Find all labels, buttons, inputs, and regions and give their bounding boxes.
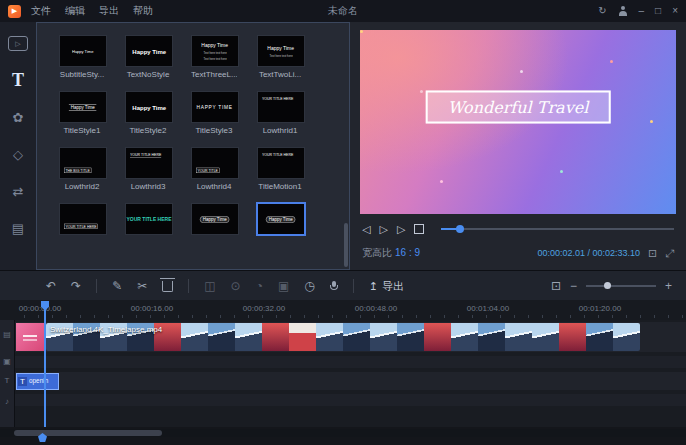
template-item-5[interactable]: Happy TimeTitleStyle1: [59, 91, 105, 135]
template-thumb-text: Happy Time: [72, 49, 93, 53]
menu-file[interactable]: 文件: [31, 4, 51, 18]
template-item-14[interactable]: YOUR TITLE HERE: [125, 203, 171, 235]
template-item-15[interactable]: Happy Time: [191, 203, 237, 235]
template-item-3[interactable]: Happy TimeText here text hereText here t…: [191, 35, 237, 79]
sidebar-item-text[interactable]: T: [5, 69, 31, 91]
zoom-out-icon[interactable]: −: [570, 280, 577, 292]
opening-clip[interactable]: [16, 323, 44, 351]
menu-edit[interactable]: 编辑: [65, 4, 85, 18]
redo-icon[interactable]: ↷: [71, 280, 81, 292]
template-label: TextThreeL...: [191, 70, 237, 79]
template-item-6[interactable]: Happy TimeTitleStyle2: [125, 91, 171, 135]
template-item-9[interactable]: THE BIG TITLELowthrid2: [59, 147, 105, 191]
preview-text-overlay[interactable]: Wonderful Travel: [426, 91, 611, 124]
fit-timeline-icon[interactable]: ⊡: [551, 280, 561, 292]
template-thumb-text: Happy Time: [132, 104, 166, 111]
video-track[interactable]: Switzerland 4K_Timelapse.mp4: [14, 322, 686, 352]
template-thumb: Happy TimeText here text hereText here t…: [191, 35, 239, 67]
toolbar-divider: [96, 279, 97, 293]
text-track-icon[interactable]: T: [0, 376, 14, 385]
app-window: ▶ 文件编辑导出帮助 未命名 ↻ – □ × ▷T✿◇⇄▤ Happy Time…: [0, 0, 686, 445]
video-clip[interactable]: Switzerland 4K_Timelapse.mp4: [46, 323, 640, 351]
sidebar-item-elements[interactable]: ▤: [5, 217, 31, 239]
close-button[interactable]: ×: [672, 6, 678, 16]
pip-track[interactable]: [14, 356, 686, 368]
aspect-ratio-value[interactable]: 16 : 9: [395, 247, 420, 258]
aspect-ratio-label: 宽高比: [362, 247, 392, 258]
next-frame-button[interactable]: ▷: [397, 224, 405, 235]
fullscreen-icon[interactable]: ⤢: [665, 248, 674, 259]
scrollbar-thumb[interactable]: [14, 430, 162, 436]
template-item-7[interactable]: HAPPY TIMETitleStyle3: [191, 91, 237, 135]
edit-pencil-icon[interactable]: ✎: [112, 280, 122, 292]
template-thumb-subtext: Text here text here: [269, 54, 292, 57]
text-track[interactable]: T openin: [14, 372, 686, 390]
template-thumb: YOUR TITLE HERE: [257, 147, 305, 179]
aspect-ratio: 宽高比16 : 9: [362, 246, 420, 260]
filters-icon: ✿: [13, 111, 24, 124]
template-item-2[interactable]: Happy TimeTextNoStyle: [125, 35, 171, 79]
stop-button[interactable]: [414, 224, 424, 234]
play-button[interactable]: ▷: [379, 224, 387, 235]
ruler-label: 00:00:48.00: [355, 304, 397, 313]
zoom-in-icon[interactable]: +: [665, 280, 672, 292]
template-item-4[interactable]: Happy TimeText here text hereTextTwoLi..…: [257, 35, 303, 79]
duration-clock-icon[interactable]: ◷: [304, 280, 314, 292]
voiceover-mic-icon[interactable]: [330, 281, 338, 292]
preview-screen[interactable]: Wonderful Travel: [360, 30, 676, 214]
template-item-13[interactable]: YOUR TITLE HERE: [59, 203, 105, 235]
film-frame: [370, 323, 397, 351]
speed-icon[interactable]: ◔: [256, 280, 263, 292]
panel-scrollbar[interactable]: [344, 223, 348, 267]
template-thumb-subtext: Text here text here: [203, 57, 226, 60]
template-item-1[interactable]: Happy TimeSubtitleSty...: [59, 35, 105, 79]
template-thumb: Happy Time: [125, 35, 173, 67]
app-logo-icon: ▶: [8, 5, 21, 18]
template-item-11[interactable]: YOUR TITLELowthrid4: [191, 147, 237, 191]
timeline-zoom-slider[interactable]: [586, 285, 656, 287]
zoom-slider-handle[interactable]: [604, 282, 611, 289]
template-label: SubtitleSty...: [59, 70, 105, 79]
timeline-ruler[interactable]: 00:00:00.0000:00:16.0000:00:32.0000:00:4…: [0, 300, 686, 320]
music-track[interactable]: [14, 394, 686, 406]
template-thumb: HAPPY TIME: [191, 91, 239, 123]
minimize-button[interactable]: –: [639, 6, 645, 16]
undo-icon[interactable]: ↶: [46, 280, 56, 292]
sidebar-item-overlays[interactable]: ◇: [5, 143, 31, 165]
zoom-tool-icon[interactable]: ⊙: [231, 280, 241, 292]
text-clip[interactable]: T openin: [16, 373, 59, 390]
template-item-12[interactable]: YOUR TITLE HERETitleMotion1: [257, 147, 303, 191]
toolbar-divider: [353, 279, 354, 293]
template-thumb-text: Happy Time: [200, 216, 229, 223]
menu-export[interactable]: 导出: [99, 4, 119, 18]
music-track-icon[interactable]: ♪: [0, 397, 14, 406]
sync-icon[interactable]: ↻: [598, 6, 606, 16]
template-thumb-text: HAPPY TIME: [197, 104, 233, 109]
template-item-8[interactable]: YOUR TITLE HERELowthrid1: [257, 91, 303, 135]
sidebar-item-media[interactable]: ▷: [5, 32, 31, 54]
film-frame: [316, 323, 343, 351]
seek-dot[interactable]: [456, 225, 464, 233]
template-item-16[interactable]: Happy Time: [257, 203, 303, 235]
template-item-10[interactable]: YOUR TITLE HERELowthrid3: [125, 147, 171, 191]
seek-bar[interactable]: [441, 228, 674, 230]
delete-trash-icon[interactable]: [162, 281, 173, 292]
template-thumb-text: YOUR TITLE HERE: [127, 216, 172, 222]
titlebar-controls: ↻ – □ ×: [598, 6, 678, 16]
split-scissors-icon[interactable]: ✂: [137, 280, 147, 292]
horizontal-scrollbar[interactable]: [0, 429, 686, 437]
prev-frame-button[interactable]: ◁: [362, 224, 370, 235]
sidebar-item-transitions[interactable]: ⇄: [5, 180, 31, 202]
account-icon[interactable]: [618, 6, 628, 16]
mosaic-icon[interactable]: ▣: [278, 280, 289, 292]
maximize-button[interactable]: □: [655, 6, 661, 16]
menu-help[interactable]: 帮助: [133, 4, 153, 18]
template-thumb: THE BIG TITLE: [59, 147, 107, 179]
export-button[interactable]: ↥ 导出: [369, 279, 404, 294]
playhead[interactable]: [44, 302, 46, 427]
pip-track-icon[interactable]: ▣: [0, 357, 14, 366]
sidebar-item-filters[interactable]: ✿: [5, 106, 31, 128]
crop-icon[interactable]: ◫: [204, 280, 215, 292]
fit-preview-icon[interactable]: ⊡: [648, 248, 657, 259]
video-track-icon[interactable]: ▤: [0, 330, 14, 339]
